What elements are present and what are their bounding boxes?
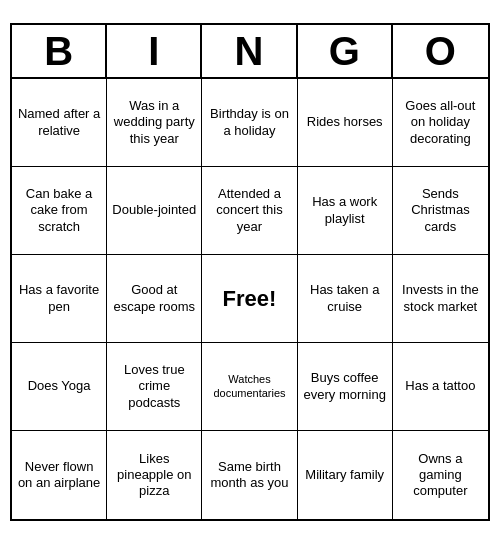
bingo-cell-1: Was in a wedding party this year xyxy=(107,79,202,167)
bingo-cell-4: Goes all-out on holiday decorating xyxy=(393,79,488,167)
bingo-cell-22: Same birth month as you xyxy=(202,431,297,519)
bingo-cell-10: Has a favorite pen xyxy=(12,255,107,343)
bingo-cell-2: Birthday is on a holiday xyxy=(202,79,297,167)
bingo-cell-3: Rides horses xyxy=(298,79,393,167)
bingo-cell-13: Has taken a cruise xyxy=(298,255,393,343)
bingo-grid: Named after a relativeWas in a wedding p… xyxy=(12,79,488,519)
bingo-letter-B: B xyxy=(12,25,107,77)
bingo-cell-15: Does Yoga xyxy=(12,343,107,431)
bingo-cell-12: Free! xyxy=(202,255,297,343)
bingo-letter-G: G xyxy=(298,25,393,77)
bingo-cell-9: Sends Christmas cards xyxy=(393,167,488,255)
bingo-cell-24: Owns a gaming computer xyxy=(393,431,488,519)
bingo-letter-I: I xyxy=(107,25,202,77)
bingo-header: BINGO xyxy=(12,25,488,79)
bingo-cell-6: Double-jointed xyxy=(107,167,202,255)
bingo-cell-19: Has a tattoo xyxy=(393,343,488,431)
bingo-card: BINGO Named after a relativeWas in a wed… xyxy=(10,23,490,521)
bingo-cell-5: Can bake a cake from scratch xyxy=(12,167,107,255)
bingo-letter-N: N xyxy=(202,25,297,77)
bingo-cell-18: Buys coffee every morning xyxy=(298,343,393,431)
bingo-cell-11: Good at escape rooms xyxy=(107,255,202,343)
bingo-cell-0: Named after a relative xyxy=(12,79,107,167)
bingo-cell-7: Attended a concert this year xyxy=(202,167,297,255)
bingo-cell-23: Military family xyxy=(298,431,393,519)
bingo-cell-14: Invests in the stock market xyxy=(393,255,488,343)
bingo-cell-20: Never flown on an airplane xyxy=(12,431,107,519)
bingo-letter-O: O xyxy=(393,25,488,77)
bingo-cell-16: Loves true crime podcasts xyxy=(107,343,202,431)
bingo-cell-8: Has a work playlist xyxy=(298,167,393,255)
bingo-cell-17: Watches documentaries xyxy=(202,343,297,431)
bingo-cell-21: Likes pineapple on pizza xyxy=(107,431,202,519)
